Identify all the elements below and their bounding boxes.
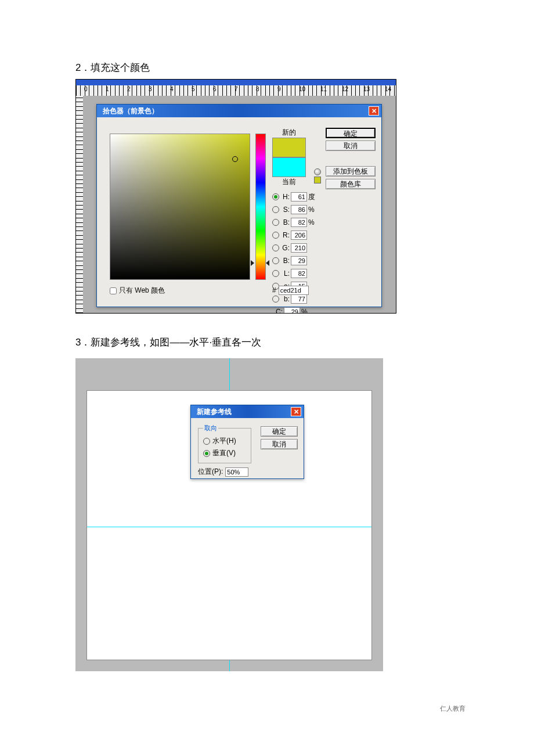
ruler-tick: 2: [127, 86, 131, 92]
label-g: G:: [280, 244, 290, 252]
ruler-tick: 14: [385, 86, 391, 92]
input-s[interactable]: [291, 205, 307, 214]
hue-arrow-left-icon: [251, 260, 257, 266]
close-button[interactable]: ✕: [291, 407, 301, 416]
position-input[interactable]: [225, 467, 248, 477]
dialog-titlebar[interactable]: 拾色器（前景色） ✕: [97, 105, 381, 117]
position-label: 位置(P):: [198, 467, 223, 477]
label-c: C:: [272, 308, 283, 314]
color-libraries-button[interactable]: 颜色库: [326, 179, 376, 189]
ruler-tick: 13: [363, 86, 370, 92]
ruler-tick: 9: [277, 86, 281, 92]
label-vertical: 垂直(V): [212, 448, 236, 458]
ruler-tick: 3: [149, 86, 152, 92]
radio-horizontal[interactable]: [203, 438, 210, 445]
ruler-tick: 1: [106, 86, 109, 92]
label-h: H:: [280, 193, 290, 201]
nearest-color-swatch[interactable]: [314, 177, 321, 183]
close-button[interactable]: ✕: [369, 106, 379, 116]
ok-button[interactable]: 确定: [261, 426, 298, 437]
new-swatch[interactable]: [272, 138, 306, 157]
input-lab-b[interactable]: [291, 294, 307, 304]
hex-input[interactable]: [279, 286, 309, 295]
swatch-stack: 新的 当前: [272, 128, 306, 187]
figure-color-picker: 0 1 2 3 4 5 6 7 8 9 10 11 12 13 14 拾色器（前…: [75, 79, 396, 314]
web-only-input[interactable]: [110, 287, 117, 294]
input-h[interactable]: [291, 192, 307, 201]
figure-new-guide: 新建参考线 ✕ 取向 水平(H) 垂直(V) 位置(P): 确定 取消: [75, 358, 383, 671]
gamut-warning: [314, 168, 321, 183]
cancel-button[interactable]: 取消: [261, 439, 298, 449]
app-titlebar-fragment: [76, 80, 396, 85]
label-r: R:: [280, 231, 290, 239]
input-c[interactable]: [284, 307, 300, 314]
footer-text: 仁人教育: [440, 704, 466, 713]
ruler-tick: 8: [256, 86, 259, 92]
ruler-tick: 6: [213, 86, 217, 92]
radio-vertical[interactable]: [203, 450, 210, 457]
label-lab-b: b:: [280, 295, 290, 303]
new-guide-dialog: 新建参考线 ✕ 取向 水平(H) 垂直(V) 位置(P): 确定 取消: [190, 405, 304, 479]
radio-l[interactable]: [272, 270, 279, 277]
current-swatch[interactable]: [272, 157, 306, 177]
dialog-titlebar[interactable]: 新建参考线 ✕: [191, 405, 304, 418]
cancel-button[interactable]: 取消: [326, 141, 376, 151]
input-r[interactable]: [291, 231, 307, 240]
new-label: 新的: [272, 128, 306, 138]
label-b-hsb: B:: [280, 218, 290, 226]
unit-pct: %: [308, 218, 316, 226]
add-to-swatches-button[interactable]: 添加到色板: [326, 166, 376, 177]
dialog-title: 新建参考线: [197, 407, 232, 417]
radio-b-rgb[interactable]: [272, 257, 279, 264]
hex-label: #: [272, 286, 276, 294]
ok-button[interactable]: 确定: [326, 128, 376, 138]
radio-h[interactable]: [272, 193, 279, 200]
ruler-tick: 7: [234, 86, 238, 92]
label-b-rgb: B:: [280, 257, 290, 265]
warning-icon[interactable]: [314, 168, 321, 175]
sv-marker[interactable]: [232, 156, 238, 162]
unit-pct: %: [301, 308, 309, 314]
web-only-label: 只有 Web 颜色: [119, 286, 165, 296]
hue-arrow-right-icon: [266, 260, 269, 266]
guide-horizontal: [87, 527, 371, 527]
orientation-legend: 取向: [203, 424, 218, 433]
vertical-ruler: [76, 96, 83, 313]
ruler-tick: 4: [170, 86, 174, 92]
dialog-title: 拾色器（前景色）: [103, 106, 158, 116]
input-b-hsb[interactable]: [291, 218, 307, 227]
radio-g[interactable]: [272, 244, 279, 251]
radio-lab-b[interactable]: [272, 296, 279, 303]
radio-s[interactable]: [272, 206, 279, 213]
input-b-rgb[interactable]: [291, 256, 307, 265]
step3-heading: 3．新建参考线，如图——水平·垂直各一次: [75, 336, 459, 349]
web-only-checkbox[interactable]: 只有 Web 颜色: [110, 286, 165, 296]
input-g[interactable]: [291, 243, 307, 253]
hue-slider[interactable]: [255, 134, 266, 280]
horizontal-ruler: 0 1 2 3 4 5 6 7 8 9 10 11 12 13 14: [76, 85, 396, 96]
label-l: L:: [280, 269, 290, 278]
ruler-tick: 0: [84, 86, 88, 92]
unit-pct: %: [308, 206, 316, 214]
ruler-tick: 11: [320, 86, 327, 92]
current-label: 当前: [272, 177, 306, 187]
color-picker-dialog: 拾色器（前景色） ✕ 只有 Web 颜色 新的: [96, 104, 382, 307]
orientation-fieldset: 取向 水平(H) 垂直(V): [198, 424, 251, 463]
ruler-tick: 5: [192, 86, 195, 92]
ruler-tick: 10: [299, 86, 305, 92]
step2-heading: 2．填充这个颜色: [75, 61, 459, 74]
radio-b-hsb[interactable]: [272, 219, 279, 226]
ruler-tick: 12: [342, 86, 348, 92]
sv-field[interactable]: [110, 134, 250, 280]
unit-deg: 度: [308, 192, 316, 202]
input-l[interactable]: [291, 269, 307, 278]
radio-r[interactable]: [272, 232, 279, 239]
label-horizontal: 水平(H): [212, 436, 236, 446]
label-s: S:: [280, 206, 290, 214]
